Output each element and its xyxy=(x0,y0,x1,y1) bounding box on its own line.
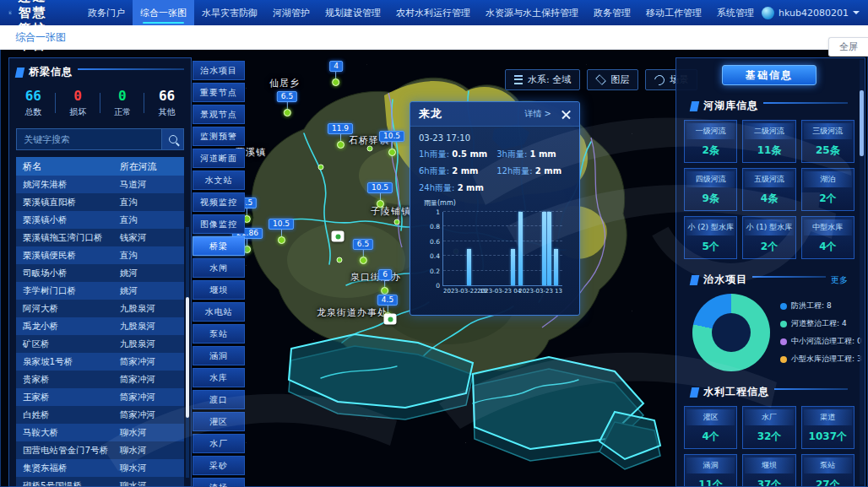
table-row[interactable]: 司畈场小桥姚河 xyxy=(16,264,184,282)
table-row[interactable]: 集贤东福桥聊水河 xyxy=(16,459,184,477)
water-level-marker[interactable]: 10.5 xyxy=(367,182,393,208)
layer-menu-item[interactable]: 监测预警 xyxy=(193,127,245,146)
nav-item[interactable]: 综合一张图 xyxy=(133,0,194,25)
projects-section-title: 治水项目 xyxy=(703,273,747,287)
layer-menu-item[interactable]: 渣场 xyxy=(193,478,245,487)
nav-item[interactable]: 系统管理 xyxy=(709,0,762,25)
marker-stem xyxy=(286,102,287,109)
card-value: 11个 xyxy=(686,473,735,487)
nav-item[interactable]: 政务管理 xyxy=(586,0,638,25)
table-row[interactable]: 矿区桥九股泉河 xyxy=(16,335,184,353)
metric-value: 2 mm xyxy=(458,183,484,192)
water-level-marker[interactable]: 11.9 xyxy=(328,123,353,149)
water-level-marker[interactable]: 10.5 xyxy=(379,131,404,156)
layer-menu-item[interactable]: 灌区 xyxy=(193,412,245,431)
chart-y-tick: 0.8 xyxy=(430,223,440,230)
layer-menu: 治水项目重要节点景观节点监测预警河道断面水文站视频监控图像监控桥梁水闸堰坝水电站… xyxy=(193,61,245,487)
camera-marker[interactable] xyxy=(332,231,344,242)
table-row[interactable]: 阿河大桥九股泉河 xyxy=(16,300,184,317)
table-row[interactable]: 栗溪镇拖玉湾门口桥钱家河 xyxy=(16,229,184,246)
nav-item[interactable]: 水资源与水土保持管理 xyxy=(478,0,586,25)
nav-item[interactable]: 河湖管护 xyxy=(265,0,317,25)
station-popup: 来龙 详情 > 03-23 17:10 1h雨量: 0.5 mm3h雨量: 1 … xyxy=(410,101,580,316)
water-level-marker[interactable]: 6 xyxy=(378,269,392,295)
marker-stem xyxy=(339,134,340,141)
nav-item[interactable]: 规划建设管理 xyxy=(317,0,388,25)
card-label: 小 (1) 型水库 xyxy=(745,219,793,235)
layer-menu-item[interactable]: 重要节点 xyxy=(193,83,245,102)
river-name-cell: 九股泉河 xyxy=(117,338,184,350)
layer-menu-item[interactable]: 视频监控 xyxy=(193,192,245,212)
camera-marker[interactable] xyxy=(384,314,397,325)
layer-menu-item[interactable]: 水库 xyxy=(193,368,245,387)
table-row[interactable]: 姚河朱港桥马道河 xyxy=(16,176,184,193)
table-row[interactable]: 国营电站管金门7号桥聊水河 xyxy=(16,441,184,459)
layer-menu-item[interactable]: 图像监控 xyxy=(193,214,245,234)
map-control-list[interactable]: 水系: 全域 xyxy=(505,69,580,90)
marker-dot xyxy=(388,149,395,156)
layer-menu-item[interactable]: 治水项目 xyxy=(193,61,245,80)
table-row[interactable]: 砌桥5号国堤桥聊水河 xyxy=(16,477,184,487)
panel-scrollbar[interactable] xyxy=(860,60,864,484)
layer-menu-item[interactable]: 涵洞 xyxy=(193,346,245,365)
more-link[interactable]: 更多 xyxy=(831,274,848,286)
layer-menu-item[interactable]: 河道断面 xyxy=(193,149,245,168)
map-canvas[interactable]: 仙居乡栗溪镇石桥驿镇子陵铺镇泉口街道办龙泉街道办事处46.511.910.510… xyxy=(0,49,868,487)
search-box xyxy=(16,128,184,150)
layer-menu-item[interactable]: 景观节点 xyxy=(193,105,245,124)
table-row[interactable]: 白姓桥简家冲河 xyxy=(16,406,184,424)
top-nav: 水系连通智慧管护平台 政务门户综合一张图水旱灾害防御河湖管护规划建设管理农村水利… xyxy=(0,0,868,25)
layer-menu-item[interactable]: 桥梁 xyxy=(193,236,245,256)
water-level-marker[interactable]: 6.5 xyxy=(353,239,373,264)
map-control-layers[interactable]: 图层 xyxy=(587,69,638,90)
layer-menu-item[interactable]: 泵站 xyxy=(193,324,245,344)
table-row[interactable]: 禹龙小桥九股泉河 xyxy=(16,317,184,335)
metric-value: 1 mm xyxy=(529,149,556,159)
panel-scrollbar-thumb[interactable] xyxy=(860,90,864,156)
layer-menu-item[interactable]: 采砂 xyxy=(193,456,245,475)
legend-text: 防洪工程: 8 xyxy=(791,300,832,311)
chart-bar xyxy=(554,249,558,286)
table-row[interactable]: 贵家桥简家冲河 xyxy=(16,371,184,388)
detail-link[interactable]: 详情 > xyxy=(524,108,551,120)
chart-y-tick: 0 xyxy=(436,282,440,289)
rain-metric: 12h雨量: 2 mm xyxy=(496,165,571,177)
breadcrumb[interactable]: 综合一张图 xyxy=(15,30,66,45)
nav-item[interactable]: 水旱灾害防御 xyxy=(194,0,265,25)
table-row[interactable]: 栗溪镇小桥直沟 xyxy=(16,211,184,229)
layer-menu-item[interactable]: 水闸 xyxy=(193,258,245,278)
table-row[interactable]: 马鞍大桥聊水河 xyxy=(16,424,184,441)
layer-menu-item[interactable]: 水电站 xyxy=(193,302,245,322)
basic-info-button[interactable]: 基础信息 xyxy=(722,65,816,85)
search-button[interactable] xyxy=(161,129,183,149)
fullscreen-button[interactable]: 全屏 xyxy=(828,37,868,57)
nav-item[interactable]: 移动工作管理 xyxy=(638,0,709,25)
table-row[interactable]: 栗溪镇便民桥直沟 xyxy=(16,246,184,264)
table-scrollbar[interactable] xyxy=(186,227,189,478)
table-row[interactable]: 泉家坡1号桥简家冲河 xyxy=(16,353,184,371)
metric-value: 2 mm xyxy=(535,166,561,176)
table-row[interactable]: 李学树门口桥姚河 xyxy=(16,282,184,300)
table-row[interactable]: 栗溪镇直阳桥直沟 xyxy=(16,193,184,211)
layer-menu-item[interactable]: 水厂 xyxy=(193,434,245,453)
water-level-marker[interactable]: 10.5 xyxy=(269,219,294,244)
close-icon[interactable] xyxy=(561,110,571,119)
search-input[interactable] xyxy=(17,129,161,149)
layer-menu-item[interactable]: 堰坝 xyxy=(193,280,245,300)
card-label: 五级河流 xyxy=(745,171,793,187)
water-level-marker[interactable]: 4 xyxy=(329,61,343,86)
marker-value: 6.5 xyxy=(353,239,373,250)
table-row[interactable]: 王家桥简家冲河 xyxy=(16,388,184,406)
section-line xyxy=(774,388,848,390)
water-level-marker[interactable]: 6.5 xyxy=(277,91,297,116)
nav-item[interactable]: 农村水利运行管理 xyxy=(388,0,478,25)
rain-chart: 雨量(mm) 00.20.40.60.812023-03-22 192023-0… xyxy=(420,201,569,299)
layer-menu-item[interactable]: 水文站 xyxy=(193,170,245,190)
bridge-panel-title: 桥梁信息 xyxy=(29,65,73,79)
info-card: 堰坝37个 xyxy=(742,454,795,487)
layer-menu-item[interactable]: 渡口 xyxy=(193,390,245,409)
marker-value: 10.5 xyxy=(269,219,294,230)
user-menu[interactable]: hkub42080201 xyxy=(762,7,860,19)
nav-item[interactable]: 政务门户 xyxy=(80,0,133,25)
table-scrollbar-thumb[interactable] xyxy=(186,297,189,418)
